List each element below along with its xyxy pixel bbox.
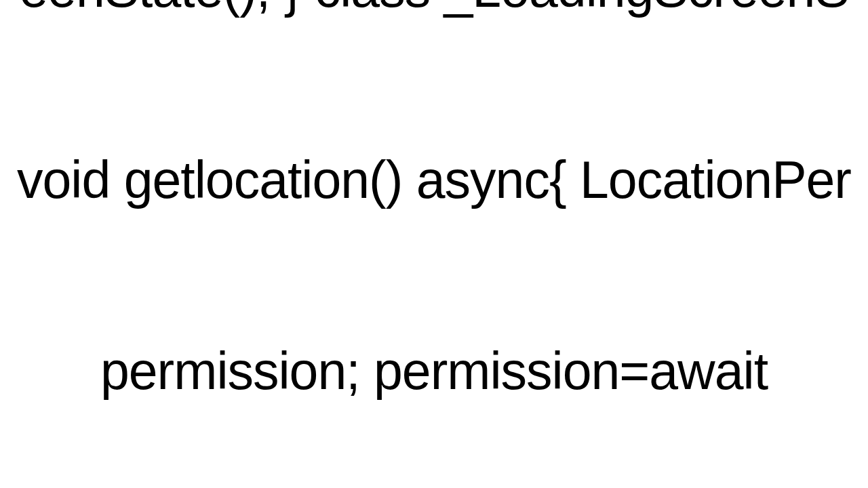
code-text-block: class LoadingScreen extends Statef ride … <box>0 0 868 488</box>
code-line: permission; permission=await <box>0 340 868 403</box>
code-line: void getlocation() async{ LocationPer <box>0 148 868 212</box>
code-line: eenState(); } class _LoadingScreenS <box>0 0 868 21</box>
